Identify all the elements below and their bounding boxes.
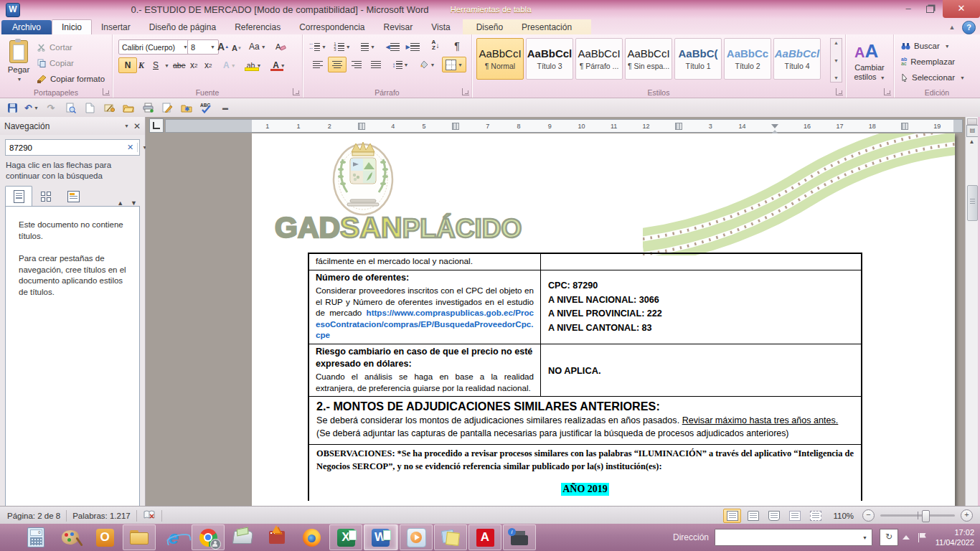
taskbar-excel-icon[interactable]: X bbox=[329, 524, 362, 550]
taskbar-fax-scanner-icon[interactable] bbox=[226, 524, 259, 550]
tab-dise-o[interactable]: Diseño bbox=[467, 20, 512, 34]
taskbar-paint-icon[interactable] bbox=[54, 524, 87, 550]
line-spacing-button[interactable]: ↕▼ bbox=[389, 57, 412, 72]
clear-formatting-button[interactable]: A bbox=[272, 39, 289, 55]
bullets-button[interactable]: ⁚⁚▼ bbox=[308, 39, 327, 55]
taskbar-file-explorer-icon[interactable] bbox=[123, 524, 156, 550]
tab-referencias[interactable]: Referencias bbox=[225, 20, 290, 34]
undo-icon[interactable]: ↶▼ bbox=[25, 101, 38, 114]
show-hidden-icons[interactable] bbox=[903, 535, 910, 540]
zoom-slider-thumb[interactable] bbox=[922, 510, 930, 522]
tab-dise-o-de-p-gina[interactable]: Diseño de página bbox=[140, 20, 225, 34]
taskbar-firefox-icon[interactable] bbox=[295, 524, 328, 550]
change-styles-dialog-launcher[interactable] bbox=[884, 88, 891, 95]
increase-indent-button[interactable]: ▶ bbox=[403, 39, 422, 55]
zoom-level[interactable]: 110% bbox=[833, 512, 854, 520]
decrease-indent-button[interactable]: ◀ bbox=[383, 39, 402, 55]
folder-favorites-icon[interactable]: ✱ bbox=[180, 101, 193, 114]
align-center-button[interactable] bbox=[328, 57, 347, 72]
pane-options-icon[interactable]: ▼ bbox=[124, 123, 129, 128]
taskbar-internet-explorer-icon[interactable]: e bbox=[157, 524, 190, 550]
taskbar-media-player-icon[interactable] bbox=[400, 524, 433, 550]
print-preview-icon[interactable] bbox=[64, 101, 77, 114]
browse-pages-tab[interactable] bbox=[32, 186, 60, 207]
quick-print-icon[interactable] bbox=[141, 101, 154, 114]
document-page[interactable]: GADSANPLÁCIDO fácilmente en el mercado l… bbox=[252, 133, 955, 506]
pane-close-icon[interactable]: ✕ bbox=[133, 121, 141, 131]
shrink-font-button[interactable]: A▼ bbox=[229, 40, 245, 56]
taskbar-video-burner-icon[interactable] bbox=[260, 524, 293, 550]
font-dialog-launcher[interactable] bbox=[293, 88, 300, 95]
horizontal-ruler[interactable]: 1124578910111231416171819 bbox=[165, 119, 963, 133]
multilevel-list-button[interactable]: ▼ bbox=[359, 39, 377, 55]
font-color-button[interactable]: A▼ bbox=[268, 57, 291, 73]
tab-archivo[interactable]: Archivo bbox=[1, 20, 52, 34]
subscript-button[interactable]: x2 bbox=[187, 57, 200, 73]
taskbar-chrome-icon[interactable] bbox=[192, 524, 225, 550]
styles-dialog-launcher[interactable] bbox=[836, 88, 843, 95]
clipboard-dialog-launcher[interactable] bbox=[103, 88, 110, 95]
word-count[interactable]: Palabras: 1.217 bbox=[72, 512, 131, 520]
fullscreen-reading-view-icon[interactable] bbox=[744, 509, 762, 523]
close-button[interactable]: ✕ bbox=[943, 0, 980, 18]
taskbar-autocad-icon[interactable]: A bbox=[468, 524, 501, 550]
justify-button[interactable] bbox=[367, 57, 385, 72]
address-dropdown-icon[interactable]: ▼ bbox=[858, 535, 872, 540]
clear-search-icon[interactable]: ✕ bbox=[123, 143, 138, 152]
collapse-ribbon-icon[interactable]: ▲ bbox=[946, 22, 958, 33]
strikethrough-button[interactable]: abe bbox=[170, 57, 189, 73]
scroll-up-icon[interactable]: ▲ bbox=[967, 138, 976, 145]
text-effects-button[interactable]: A▼ bbox=[220, 57, 239, 73]
page-indicator[interactable]: Página: 2 de 8 bbox=[7, 512, 60, 520]
taskbar-sticky-notes-icon[interactable] bbox=[434, 524, 467, 550]
browse-results-tab[interactable] bbox=[60, 186, 87, 207]
search-input[interactable] bbox=[6, 143, 123, 152]
minimize-button[interactable]: – bbox=[898, 2, 918, 16]
tab-inicio[interactable]: Inicio bbox=[52, 19, 92, 34]
attachment-icon[interactable] bbox=[103, 101, 116, 114]
taskbar-clock[interactable]: 17:02 11/04/2022 bbox=[936, 527, 974, 547]
format-painter-button[interactable]: Copiar formato bbox=[37, 72, 105, 86]
borders-button[interactable]: ▼ bbox=[442, 57, 466, 72]
tab-revisar[interactable]: Revisar bbox=[374, 20, 423, 34]
vertical-scrollbar[interactable]: ▤ ▲ bbox=[965, 117, 979, 506]
indent-marker[interactable] bbox=[771, 124, 778, 128]
style-sin-espa[interactable]: AaBbCcI¶ Sin espa... bbox=[625, 38, 672, 80]
copy-button[interactable]: Copiar bbox=[37, 56, 74, 70]
scrollbar-thumb[interactable] bbox=[967, 185, 978, 221]
replace-button[interactable]: abac Reemplazar bbox=[901, 55, 955, 69]
draft-view-icon[interactable] bbox=[806, 509, 824, 523]
action-center-flag-icon[interactable] bbox=[918, 533, 927, 542]
open-folder-icon[interactable] bbox=[122, 101, 135, 114]
tab-vista[interactable]: Vista bbox=[422, 20, 459, 34]
change-styles-button[interactable]: Cambiarestilos ▼ bbox=[846, 63, 893, 83]
styles-gallery-scroll[interactable]: ▲▼▼ bbox=[830, 38, 842, 83]
address-refresh-icon[interactable]: ↻ bbox=[880, 529, 898, 546]
ruler-toggle-icon[interactable]: ▤ bbox=[966, 125, 979, 137]
change-case-button[interactable]: Aa▼ bbox=[246, 39, 269, 55]
taskbar-outlook-icon[interactable]: O bbox=[88, 524, 121, 550]
zoom-out-icon[interactable]: − bbox=[862, 509, 875, 522]
style-título-3[interactable]: AaBbCclTítulo 3 bbox=[526, 38, 573, 80]
address-input[interactable] bbox=[715, 533, 857, 542]
new-document-icon[interactable] bbox=[83, 101, 96, 114]
align-left-button[interactable] bbox=[308, 57, 327, 72]
zoom-slider[interactable] bbox=[880, 514, 955, 517]
spelling-grammar-icon[interactable]: ABC bbox=[199, 101, 212, 114]
tab-presentaci-n[interactable]: Presentación bbox=[512, 20, 581, 34]
superscript-button[interactable]: x2 bbox=[202, 57, 215, 73]
style-normal[interactable]: AaBbCcI¶ Normal bbox=[476, 38, 524, 80]
show-marks-button[interactable]: ¶ bbox=[448, 38, 466, 54]
numbering-button[interactable]: 123▼ bbox=[333, 39, 352, 55]
taskbar-word-icon[interactable]: W bbox=[364, 524, 398, 550]
font-family-select[interactable]: Calibri (Cuerpo)▼ bbox=[118, 39, 192, 55]
help-icon[interactable]: ? bbox=[962, 21, 976, 34]
tab-stop-selector[interactable] bbox=[149, 118, 164, 133]
select-button[interactable]: Seleccionar▼ bbox=[901, 70, 965, 85]
italic-button[interactable]: K bbox=[136, 57, 147, 73]
web-layout-view-icon[interactable] bbox=[765, 509, 783, 523]
tab-correspondencia[interactable]: Correspondencia bbox=[290, 20, 374, 34]
save-icon[interactable] bbox=[6, 101, 19, 114]
browse-headings-tab[interactable] bbox=[5, 186, 32, 207]
taskbar-printer-tool-icon[interactable] bbox=[503, 524, 536, 550]
